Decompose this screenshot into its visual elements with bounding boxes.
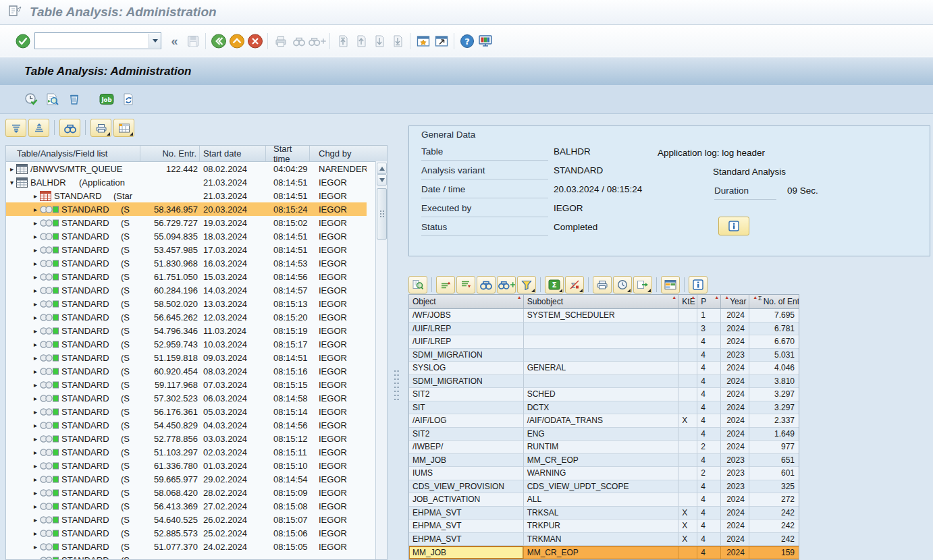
find-next-button[interactable] — [308, 32, 326, 50]
first-page-button[interactable] — [334, 32, 352, 50]
alv-cell[interactable]: SYSTEM_SCHEDULER — [524, 309, 679, 323]
alv-cell[interactable]: IUMS — [409, 467, 524, 480]
choose-layout-button[interactable] — [661, 276, 680, 293]
tree-column-start-date[interactable]: Start date — [200, 146, 266, 161]
alv-cell[interactable]: SDMI_MIGRATION — [409, 349, 524, 362]
alv-cell[interactable]: 2024 — [721, 309, 749, 323]
alv-row[interactable]: EHPMA_SVTTRKSALX42024242 — [409, 507, 799, 520]
expand-icon[interactable]: ▸ — [31, 395, 40, 402]
scroll-down-button[interactable] — [377, 174, 387, 186]
new-session-button[interactable] — [414, 32, 432, 50]
alv-cell[interactable]: 4 — [697, 493, 721, 507]
alv-sort-ascending-button[interactable] — [436, 276, 455, 293]
schedule-analysis-button[interactable] — [22, 90, 40, 109]
alv-row[interactable]: SDMI_MIGRATION420235.031 — [409, 349, 799, 362]
alv-column-subobject[interactable]: Subobject▲ — [524, 295, 679, 308]
export-button[interactable] — [633, 276, 652, 293]
alv-column-p[interactable]: P▲ — [697, 295, 721, 308]
alv-row[interactable]: /IWBEP/RUNTIM22024977 — [409, 441, 799, 454]
alv-cell[interactable]: SYSLOG — [409, 362, 524, 375]
tree-row[interactable]: ▸STANDARD(S52.778.85603.03.202408:15:12I… — [6, 432, 367, 445]
alv-cell[interactable]: MM_CR_EOP — [524, 454, 679, 468]
tree-row[interactable]: ▸STANDARD(S51.159.81809.03.202408:14:51I… — [6, 351, 367, 364]
alv-cell[interactable] — [678, 323, 697, 336]
sort-descending-button[interactable] — [5, 119, 26, 137]
alv-cell[interactable]: 1 — [697, 309, 721, 323]
alv-find-next-button[interactable] — [497, 276, 516, 293]
panel-splitter[interactable] — [392, 119, 400, 560]
expand-icon[interactable]: ▸ — [31, 260, 40, 267]
save-button[interactable] — [184, 32, 202, 50]
alv-cell[interactable]: SIT2 — [409, 428, 524, 441]
alv-cell[interactable]: 7.695 — [749, 309, 799, 323]
alv-cell[interactable]: /WF/JOBS — [409, 309, 524, 323]
alv-cell[interactable]: 977 — [749, 441, 799, 454]
alv-info-button[interactable] — [689, 276, 708, 293]
alv-find-button[interactable] — [477, 276, 496, 293]
expand-icon[interactable]: ▸ — [31, 543, 40, 551]
alv-cell[interactable]: 242 — [749, 520, 799, 533]
alv-cell[interactable]: WARNING — [524, 467, 679, 480]
alv-cell[interactable]: 601 — [749, 467, 799, 480]
alv-cell[interactable]: 4 — [697, 349, 721, 362]
tree-row[interactable]: ▸STANDARD(S — [6, 553, 367, 560]
alv-row[interactable]: SIT2SCHED420243.297 — [409, 388, 799, 401]
alv-cell[interactable]: EHPMA_SVT — [409, 507, 524, 520]
alv-cell[interactable]: 4 — [697, 401, 721, 415]
alv-cell[interactable]: 1.649 — [749, 428, 799, 441]
alv-cell[interactable]: /UIF/LREP — [409, 323, 524, 336]
expand-icon[interactable]: ▸ — [31, 557, 40, 560]
tree-row[interactable]: ▸STANDARD(S59.665.97729.02.202408:14:54I… — [6, 472, 367, 486]
alv-cell[interactable]: 2024 — [721, 533, 749, 547]
cancel-button[interactable] — [246, 32, 264, 50]
alv-row[interactable]: /AIF/LOG/AIF/ODATA_TRANSX420242.337 — [409, 414, 799, 428]
total-button[interactable]: Σ — [545, 276, 564, 293]
alv-cell[interactable]: 325 — [749, 480, 799, 494]
alv-cell[interactable]: 4.046 — [749, 362, 799, 375]
alv-cell[interactable]: MM_JOB — [409, 546, 524, 559]
alv-row[interactable]: IUMSWARNING22023601 — [409, 467, 799, 480]
command-input[interactable] — [35, 34, 149, 48]
tree-row[interactable]: ▸STANDARD(S54.640.52526.02.202408:15:07I… — [6, 513, 367, 526]
alv-cell[interactable]: 2024 — [721, 414, 749, 428]
alv-cell[interactable]: 4 — [697, 454, 721, 468]
alv-row[interactable]: CDS_VIEW_PROVISIONCDS_VIEW_UPDT_SCOPE420… — [409, 480, 799, 494]
expand-icon[interactable]: ▸ — [31, 449, 40, 456]
alv-row[interactable]: JOB_ACTIVATIONALL42024272 — [409, 493, 799, 507]
help-button[interactable]: ? — [458, 32, 476, 50]
alv-cell[interactable]: X — [678, 520, 697, 533]
tree-row[interactable]: ▸STANDARD(S51.830.96816.03.202408:14:53I… — [6, 256, 367, 270]
alv-cell[interactable]: 2 — [697, 467, 721, 480]
alv-column-no-of-entries[interactable]: ▲ΣNo. of Entries — [749, 295, 799, 308]
alv-cell[interactable]: X — [678, 507, 697, 520]
tree-row[interactable]: ▸STANDARD(S52.959.74310.03.202408:15:17I… — [6, 337, 367, 351]
command-dropdown-button[interactable] — [149, 34, 161, 48]
print-button[interactable] — [271, 32, 290, 50]
tree-row[interactable]: ▸STANDARD(S60.920.45408.03.202408:15:16I… — [6, 364, 367, 378]
alv-cell[interactable]: 4 — [697, 428, 721, 441]
expand-icon[interactable]: ▸ — [31, 516, 40, 524]
alv-cell[interactable]: 2024 — [721, 546, 749, 559]
alv-cell[interactable]: EHPMA_SVT — [409, 520, 524, 533]
expand-icon[interactable]: ▸ — [31, 476, 40, 483]
alv-cell[interactable]: 3.297 — [749, 388, 799, 401]
expand-icon[interactable]: ▸ — [31, 192, 40, 200]
alv-cell[interactable] — [678, 349, 697, 362]
tree-row[interactable]: ▸/BNWVS/MTR_QUEUE122.44208.02.202404:04:… — [6, 162, 367, 175]
alv-cell[interactable]: 2024 — [721, 441, 749, 454]
expand-icon[interactable]: ▸ — [31, 408, 40, 416]
expand-icon[interactable]: ▸ — [31, 273, 40, 281]
alv-cell[interactable]: 4 — [697, 533, 721, 547]
tree-row[interactable]: ▸STANDARD(Star21.03.202408:14:51IEGOR — [6, 189, 367, 202]
alv-cell[interactable]: 4 — [697, 520, 721, 533]
alv-cell[interactable] — [678, 401, 697, 415]
alv-column-kte[interactable]: KtE▲ — [678, 295, 697, 308]
tree-scrollbar[interactable] — [375, 161, 387, 559]
previous-page-button[interactable] — [352, 32, 370, 50]
tree-row[interactable]: ▸STANDARD(S61.336.78001.03.202408:15:10I… — [6, 459, 367, 472]
alv-cell[interactable]: /IWBEP/ — [409, 441, 524, 454]
expand-icon[interactable]: ▸ — [31, 422, 40, 429]
alv-row[interactable]: SIT2ENG420241.649 — [409, 428, 799, 441]
alv-cell[interactable]: 2024 — [721, 335, 749, 349]
alv-row[interactable]: MM_JOBMM_CR_EOP42023651 — [409, 454, 799, 468]
